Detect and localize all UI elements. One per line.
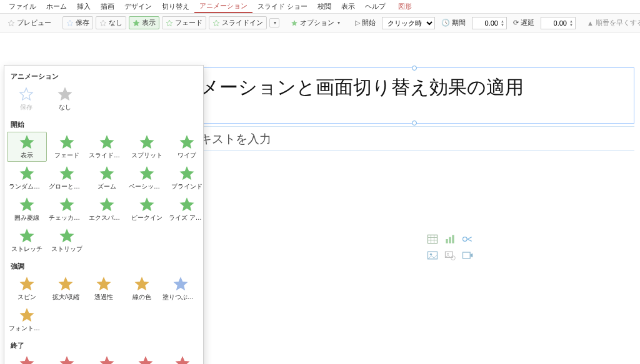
anim-item[interactable]: ライズ アップ <box>167 194 204 224</box>
anim-item[interactable]: グローとターン <box>47 163 87 193</box>
anim-item[interactable]: ランダムスト... <box>7 163 47 193</box>
duration-input[interactable] <box>474 19 498 27</box>
menu-item-7[interactable]: スライド ショー <box>252 1 312 12</box>
anim-item[interactable]: チェッカーボ... <box>47 194 87 224</box>
insert-table-icon[interactable] <box>425 232 440 246</box>
play-icon: ▷ <box>355 19 360 27</box>
selection-handle[interactable] <box>412 121 417 125</box>
insert-chart-icon[interactable] <box>442 232 458 246</box>
menu-item-0[interactable]: ファイル <box>4 1 41 12</box>
insert-picture-icon[interactable] <box>425 248 440 262</box>
anim-item[interactable]: スプリット <box>127 132 167 162</box>
anim-item[interactable]: 拡大/収縮 <box>47 273 85 303</box>
anim-item[interactable]: エクスパンド <box>87 194 127 224</box>
star-icon <box>166 19 173 27</box>
anim-item[interactable]: フェード <box>47 132 87 162</box>
animation-gallery-panel[interactable]: アニメーション保存なし開始表示フェードスライドインスプリットワイプランダムスト.… <box>4 65 204 364</box>
menu-item-4[interactable]: デザイン <box>119 1 157 12</box>
menu-item-10[interactable]: ヘルプ <box>360 1 391 12</box>
anim-item[interactable]: 透過性 <box>85 273 123 303</box>
quick-anim-4[interactable]: スライドイン <box>209 16 267 29</box>
delay-input[interactable] <box>543 19 567 27</box>
anim-item[interactable]: スライドイン <box>87 132 127 162</box>
menu-item-context[interactable]: 図形 <box>393 1 417 12</box>
svg-marker-35 <box>181 167 193 179</box>
menu-item-6[interactable]: アニメーション <box>194 0 252 13</box>
svg-marker-5 <box>213 20 219 26</box>
svg-point-21 <box>451 256 456 260</box>
anim-section-grid: スピン拡大/収縮透過性線の色塗りつぶしの色フォントの色 <box>4 272 203 338</box>
menu-item-1[interactable]: ホーム <box>41 1 72 12</box>
anim-item[interactable]: スプリット <box>127 353 164 364</box>
menu-item-5[interactable]: 切り替え <box>157 1 194 12</box>
menu-item-9[interactable]: 表示 <box>336 1 360 12</box>
anim-item[interactable]: クリア <box>7 353 47 364</box>
star-icon <box>59 197 74 212</box>
svg-rect-22 <box>463 252 471 258</box>
menu-item-8[interactable]: 校閲 <box>312 1 336 12</box>
star-icon <box>139 166 154 181</box>
svg-marker-47 <box>174 278 187 290</box>
quick-anim-3[interactable]: フェード <box>162 16 206 29</box>
star-icon <box>58 87 72 102</box>
insert-video-icon[interactable] <box>460 248 475 262</box>
anim-item-label: 表示 <box>21 151 33 160</box>
anim-item-label: エクスパンド <box>89 214 125 222</box>
stepper-arrows[interactable]: ▲▼ <box>569 19 573 27</box>
slide-subtitle-text[interactable]: キストを入力 <box>200 131 271 147</box>
options-dropdown[interactable]: オプション ▾ <box>287 16 344 29</box>
star-icon <box>139 135 154 150</box>
anim-item[interactable]: フェード <box>47 353 87 364</box>
anim-item[interactable]: 線の色 <box>122 273 161 303</box>
star-icon <box>66 19 74 27</box>
quick-anim-0[interactable]: 保存 <box>62 16 93 29</box>
quick-more-dropdown[interactable]: ▾ <box>269 18 279 27</box>
svg-marker-4 <box>166 20 172 26</box>
delay-spinner[interactable]: ▲▼ <box>541 17 576 29</box>
star-icon <box>212 19 220 27</box>
anim-item[interactable]: 保存 <box>7 84 46 114</box>
anim-item[interactable]: 表示 <box>7 132 47 162</box>
selection-handle[interactable] <box>412 66 417 71</box>
slide-canvas[interactable]: メーションと画面切り替え効果の適用 キストを入力 アニメーション保存なし開始表示… <box>0 32 640 364</box>
anim-section-title: 終了 <box>4 338 203 352</box>
duration-label: 期間 <box>452 18 466 27</box>
anim-item[interactable]: ストリップ <box>47 225 87 255</box>
anim-item[interactable]: ズーム <box>87 163 127 193</box>
duration-spinner[interactable]: ▲▼ <box>472 17 507 29</box>
reorder-earlier-button[interactable]: ▲ 順番を早くする <box>583 16 640 29</box>
anim-item[interactable]: 塗りつぶしの色 <box>161 273 201 303</box>
anim-item[interactable]: ストレッチ <box>7 225 47 255</box>
anim-item[interactable]: ベーシック ズ... <box>127 163 167 193</box>
insert-smartart-icon[interactable] <box>460 232 475 246</box>
slide-title-text[interactable]: メーションと画面切り替え効果の適用 <box>200 75 524 101</box>
star-icon <box>19 308 34 323</box>
quick-anim-1[interactable]: なし <box>96 16 126 29</box>
anim-item[interactable]: ワイプ <box>164 353 201 364</box>
star-icon <box>8 19 15 27</box>
preview-button[interactable]: プレビュー <box>4 16 55 29</box>
anim-item[interactable]: 囲み菱線 <box>7 194 47 224</box>
arrow-up-icon: ▲ <box>587 19 594 27</box>
clock-icon: 🕓 <box>441 19 450 27</box>
svg-marker-43 <box>21 278 33 290</box>
start-select[interactable]: クリック時 <box>382 17 435 29</box>
menu-item-3[interactable]: 描画 <box>96 1 119 12</box>
anim-item[interactable]: スピン <box>7 273 47 303</box>
preview-label: プレビュー <box>17 18 51 27</box>
svg-marker-42 <box>61 230 73 242</box>
insert-online-picture-icon[interactable] <box>442 248 458 262</box>
anim-item[interactable]: ピークイン <box>127 194 167 224</box>
anim-item[interactable]: ワイプ <box>167 132 204 162</box>
svg-rect-15 <box>452 235 454 243</box>
anim-item[interactable]: スライドアウト <box>87 353 127 364</box>
stepper-arrows[interactable]: ▲▼ <box>501 19 504 27</box>
quick-anim-2[interactable]: 表示 <box>129 16 159 29</box>
anim-item[interactable]: フォントの色 <box>7 305 47 335</box>
anim-item[interactable]: なし <box>46 84 84 114</box>
animation-toolbar: プレビュー 保存なし表示フェードスライドイン ▾ オプション ▾ ▷ 開始 クリ… <box>0 14 640 32</box>
anim-item-label: ズーム <box>98 182 116 191</box>
menu-item-2[interactable]: 挿入 <box>72 1 96 12</box>
anim-item-label: ワイプ <box>178 151 196 160</box>
anim-item[interactable]: ブラインド <box>167 163 204 193</box>
